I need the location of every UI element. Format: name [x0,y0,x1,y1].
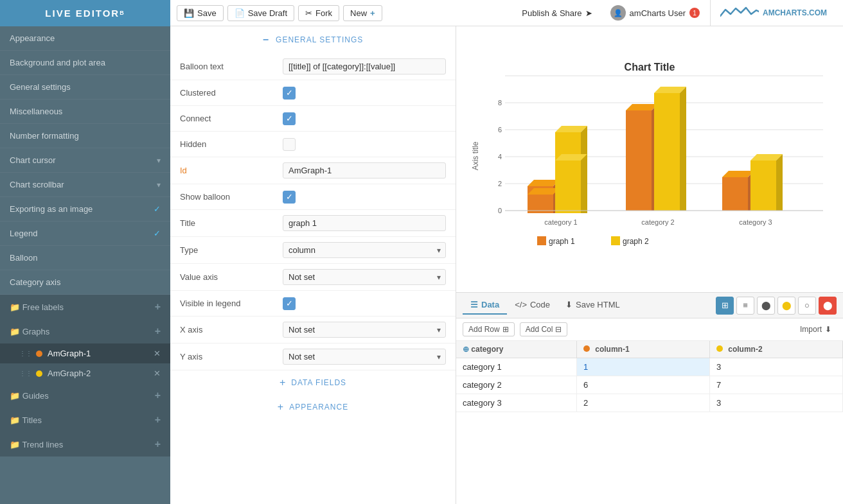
y-axis-select-wrapper: Not set [283,349,446,365]
tab-code[interactable]: </> Code [507,296,558,315]
sidebar-item-chart-cursor[interactable]: Chart cursor ▾ [0,148,170,173]
svg-rect-36 [537,236,546,245]
trend-lines-add-icon[interactable]: + [155,439,161,450]
graph-item-amgraph2[interactable]: ⋮⋮ AmGraph-2 ✕ [0,363,170,383]
title-input[interactable] [283,215,446,231]
collapse-general-button[interactable]: − [263,34,269,46]
row2-col1[interactable]: 6 [576,376,709,394]
x-axis-select[interactable]: Not set [283,322,446,338]
chart-title: Chart Title [625,62,675,73]
fork-button[interactable]: ✂ Fork [298,5,339,21]
show-balloon-row: Show balloon ✓ [170,184,456,210]
free-labels-header[interactable]: 📁 Free labels + [0,295,170,319]
tab-save-html[interactable]: ⬇ Save HTML [558,296,628,315]
svg-text:8: 8 [498,99,502,107]
list-view-button[interactable]: ≡ [736,297,754,315]
save-draft-button[interactable]: 📄 Save Draft [227,5,294,21]
clustered-checkbox[interactable]: ✓ [283,87,296,100]
svg-marker-25 [776,154,783,211]
category-column-header: ⊕ category [456,341,576,358]
graph-item-amgraph1[interactable]: ⋮⋮ AmGraph-1 ✕ [0,343,170,363]
row1-category[interactable]: category 1 [456,358,576,376]
bar-cat2-graph1 [626,110,652,211]
save-button[interactable]: 💾 Save [177,5,224,21]
row2-category[interactable]: category 2 [456,376,576,394]
y-axis-select[interactable]: Not set [283,349,446,365]
yellow-circle-button[interactable]: ⬤ [777,297,795,315]
svg-text:graph 2: graph 2 [623,237,649,246]
data-table-container[interactable]: ⊕ category column-1 column-2 [456,341,843,504]
x-axis-row: X axis Not set [170,317,456,343]
sidebar-item-chart-scrollbar[interactable]: Chart scrollbar ▾ [0,173,170,197]
trend-lines-header[interactable]: 📁 Trend lines + [0,432,170,456]
visible-in-legend-checkbox[interactable]: ✓ [283,297,296,310]
row1-col2[interactable]: 3 [709,358,842,376]
svg-marker-31 [581,154,587,211]
row3-col2[interactable]: 3 [709,394,842,412]
row2-col2[interactable]: 7 [709,376,842,394]
id-input[interactable] [283,162,446,178]
drag-handle-icon: ⋮⋮ [19,350,32,357]
title-label: Title [180,218,283,228]
sidebar-item-number-formatting[interactable]: Number formatting [0,124,170,148]
balloon-text-input[interactable] [283,58,446,74]
add-category-icon[interactable]: ⊕ [463,345,469,354]
add-row-button[interactable]: Add Row ⊞ [463,322,515,336]
type-label: Type [180,245,283,255]
connect-checkbox[interactable]: ✓ [283,112,296,125]
hidden-checkbox[interactable] [283,138,296,151]
notification-badge: 1 [689,8,700,18]
data-fields-section[interactable]: + DATA FIELDS [170,370,456,395]
svg-text:category 1: category 1 [544,218,577,226]
add-col-button[interactable]: Add Col ⊟ [520,322,568,336]
graphs-add-icon[interactable]: + [155,326,161,337]
form-scroll-container[interactable]: − GENERAL SETTINGS Balloon text Clustere… [170,26,456,504]
connect-row: Connect ✓ [170,106,456,132]
tab-data[interactable]: ☰ Data [463,296,507,315]
appearance-section[interactable]: + APPEARANCE [170,395,456,419]
titles-header[interactable]: 📁 Titles + [0,408,170,432]
publish-share-button[interactable]: Publish & Share ➤ [514,6,599,21]
show-balloon-checkbox[interactable]: ✓ [283,191,296,204]
guides-header[interactable]: 📁 Guides + [0,383,170,408]
sidebar-item-balloon[interactable]: Balloon [0,246,170,270]
row1-col1[interactable]: 1 [576,358,709,376]
graphs-header[interactable]: 📁 Graphs + [0,319,170,343]
sidebar-item-miscellaneous[interactable]: Miscellaneous [0,100,170,124]
clustered-label: Clustered [180,88,283,98]
import-button[interactable]: Import ⬇ [795,323,837,336]
amgraph2-close-icon[interactable]: ✕ [154,369,161,378]
balloon-text-label: Balloon text [180,62,283,71]
type-select[interactable]: column line bar area step smoothedLine [283,242,446,258]
code-icon: </> [515,300,527,309]
outline-circle-button[interactable]: ○ [798,297,816,315]
trend-lines-folder-icon: 📁 [10,440,20,449]
sidebar-item-general[interactable]: General settings [0,75,170,100]
sidebar-group-titles: 📁 Titles + [0,408,170,432]
grid-view-button[interactable]: ⊞ [716,297,734,315]
sidebar-item-category-axis[interactable]: Category axis [0,270,170,295]
amgraph1-close-icon[interactable]: ✕ [154,349,161,358]
show-balloon-label: Show balloon [180,192,283,202]
guides-add-icon[interactable]: + [155,390,161,401]
sidebar-item-legend[interactable]: Legend ✓ [0,222,170,246]
main-layout: Appearance Background and plot area Gene… [0,26,843,504]
free-labels-add-icon[interactable]: + [155,301,161,313]
share-icon: ➤ [585,8,592,18]
sidebar-group-trend-lines: 📁 Trend lines + [0,432,170,456]
row3-category[interactable]: category 3 [456,394,576,412]
new-button[interactable]: New + [343,5,382,21]
svg-rect-38 [611,236,620,245]
svg-marker-29 [555,161,581,211]
sidebar-item-appearance[interactable]: Appearance [0,26,170,51]
value-axis-select[interactable]: Not set [283,269,446,285]
row3-col1[interactable]: 2 [576,394,709,412]
record-button[interactable]: ⬤ [819,297,837,315]
table-row: category 3 2 3 [456,394,843,412]
sidebar-item-exporting[interactable]: Exporting as an image ✓ [0,197,170,222]
data-toolbar: Add Row ⊞ Add Col ⊟ Import ⬇ [456,318,843,341]
table-icon: ☰ [470,300,478,309]
sidebar-item-background[interactable]: Background and plot area [0,51,170,75]
gray-circle-button[interactable]: ⬤ [757,297,775,315]
titles-add-icon[interactable]: + [155,414,161,426]
